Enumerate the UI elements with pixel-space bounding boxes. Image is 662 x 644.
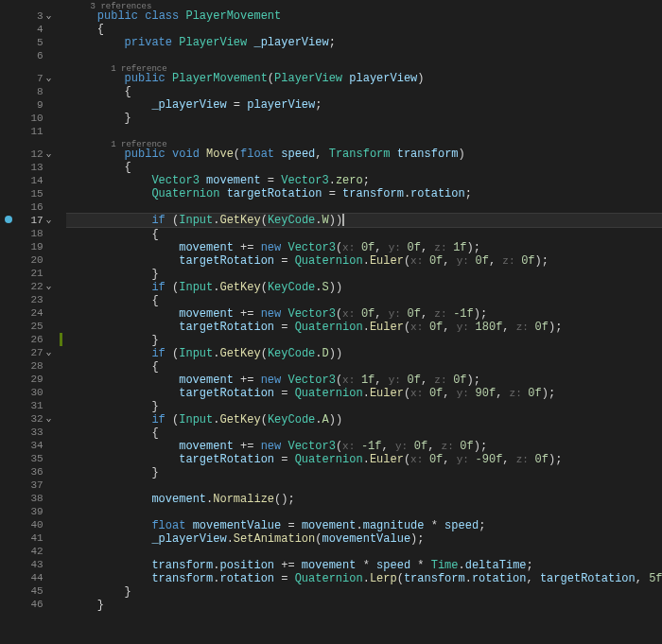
gutter-row[interactable]: 28: [0, 359, 66, 373]
line-number[interactable]: 38: [16, 492, 44, 505]
line-number[interactable]: 9: [16, 98, 44, 112]
gutter-row[interactable]: 26: [0, 333, 66, 346]
fold-chevron-icon[interactable]: ⌄: [44, 214, 54, 227]
code-line[interactable]: }: [66, 585, 662, 599]
gutter-row[interactable]: 42: [0, 545, 66, 558]
code-line[interactable]: Quaternion targetRotation = transform.ro…: [66, 187, 662, 200]
code-line[interactable]: {: [66, 228, 662, 241]
gutter-row[interactable]: 45: [0, 584, 66, 598]
gutter-row[interactable]: 25: [0, 320, 66, 333]
code-line[interactable]: if (Input.GetKey(KeyCode.W)): [66, 213, 662, 228]
gutter-row[interactable]: 3⌄: [0, 9, 66, 23]
line-number[interactable]: 31: [16, 399, 44, 412]
gutter-row[interactable]: 19: [0, 240, 66, 253]
code-line[interactable]: }: [66, 599, 662, 612]
code-line[interactable]: [66, 49, 662, 62]
gutter[interactable]: 3⌄4567⌄89101112⌄1314151617⌄1819202122⌄23…: [0, 0, 66, 644]
code-line[interactable]: }: [66, 400, 662, 413]
line-number[interactable]: 43: [16, 558, 44, 571]
code-line[interactable]: {: [66, 161, 662, 174]
line-number[interactable]: 4: [16, 23, 44, 36]
line-number[interactable]: 36: [16, 465, 44, 479]
line-number[interactable]: 34: [16, 439, 44, 452]
line-number[interactable]: 5: [16, 36, 44, 49]
line-number[interactable]: 16: [16, 200, 44, 214]
code-line[interactable]: {: [66, 360, 662, 374]
codelens-references[interactable]: 1 reference: [66, 62, 662, 72]
gutter-row[interactable]: 20: [0, 253, 66, 267]
gutter-row[interactable]: 31: [0, 399, 66, 412]
line-number[interactable]: 10: [16, 112, 44, 125]
gutter-row[interactable]: 41: [0, 531, 66, 545]
code-line[interactable]: movement += new Vector3(x: 0f, y: 0f, z:…: [66, 307, 662, 321]
gutter-row[interactable]: 11: [0, 125, 66, 138]
gutter-row[interactable]: 32⌄: [0, 412, 66, 426]
codelens-references[interactable]: 3 references: [66, 0, 662, 9]
line-number[interactable]: 7: [16, 72, 44, 85]
line-number[interactable]: 8: [16, 85, 44, 98]
code-line[interactable]: [66, 546, 662, 559]
fold-chevron-icon[interactable]: ⌄: [44, 346, 54, 359]
line-number[interactable]: 35: [16, 452, 44, 465]
code-line[interactable]: movement += new Vector3(x: -1f, y: 0f, z…: [66, 440, 662, 453]
line-number[interactable]: 24: [16, 306, 44, 320]
line-number[interactable]: 30: [16, 386, 44, 399]
code-line[interactable]: movement.Normalize();: [66, 493, 662, 506]
gutter-row[interactable]: 7⌄: [0, 72, 66, 85]
line-number[interactable]: 20: [16, 253, 44, 267]
line-number[interactable]: 17: [16, 214, 44, 227]
gutter-row[interactable]: 13: [0, 161, 66, 174]
code-line[interactable]: float movementValue = movement.magnitude…: [66, 519, 662, 532]
code-line[interactable]: movement += new Vector3(x: 0f, y: 0f, z:…: [66, 241, 662, 254]
code-line[interactable]: _playerView.SetAnimation(movementValue);: [66, 532, 662, 546]
code-line[interactable]: }: [66, 334, 662, 347]
gutter-row[interactable]: 5: [0, 36, 66, 49]
line-number[interactable]: 13: [16, 161, 44, 174]
line-number[interactable]: 29: [16, 373, 44, 386]
code-line[interactable]: {: [66, 426, 662, 440]
code-line[interactable]: if (Input.GetKey(KeyCode.A)): [66, 413, 662, 426]
gutter-row[interactable]: 6: [0, 49, 66, 62]
gutter-row[interactable]: 17⌄: [0, 214, 66, 227]
code-line[interactable]: targetRotation = Quaternion.Euler(x: 0f,…: [66, 254, 662, 268]
gutter-row[interactable]: 35: [0, 452, 66, 465]
gutter-row[interactable]: 23: [0, 293, 66, 306]
code-line[interactable]: public class PlayerMovement: [66, 9, 662, 23]
gutter-row[interactable]: 30: [0, 386, 66, 399]
code-line[interactable]: [66, 479, 662, 493]
code-line[interactable]: if (Input.GetKey(KeyCode.S)): [66, 281, 662, 294]
line-number[interactable]: 44: [16, 571, 44, 584]
line-number[interactable]: 39: [16, 505, 44, 518]
gutter-row[interactable]: 27⌄: [0, 346, 66, 359]
code-line[interactable]: targetRotation = Quaternion.Euler(x: 0f,…: [66, 387, 662, 400]
line-number[interactable]: 25: [16, 320, 44, 333]
code-line[interactable]: [66, 125, 662, 138]
code-line[interactable]: Vector3 movement = Vector3.zero;: [66, 174, 662, 187]
line-number[interactable]: 21: [16, 267, 44, 280]
fold-chevron-icon[interactable]: ⌄: [44, 280, 54, 293]
gutter-row[interactable]: 36: [0, 465, 66, 479]
gutter-row[interactable]: 18: [0, 227, 66, 240]
fold-chevron-icon[interactable]: ⌄: [44, 412, 54, 426]
code-line[interactable]: {: [66, 23, 662, 36]
line-number[interactable]: 14: [16, 174, 44, 187]
code-line[interactable]: targetRotation = Quaternion.Euler(x: 0f,…: [66, 453, 662, 466]
code-line[interactable]: _playerView = playerView;: [66, 98, 662, 112]
gutter-row[interactable]: 12⌄: [0, 148, 66, 161]
gutter-row[interactable]: 16: [0, 200, 66, 214]
code-line[interactable]: transform.rotation = Quaternion.Lerp(tra…: [66, 572, 662, 585]
gutter-row[interactable]: 43: [0, 558, 66, 571]
code-line[interactable]: {: [66, 294, 662, 307]
gutter-row[interactable]: 15: [0, 187, 66, 200]
line-number[interactable]: 28: [16, 359, 44, 373]
code-line[interactable]: targetRotation = Quaternion.Euler(x: 0f,…: [66, 321, 662, 334]
bookmark-icon[interactable]: [0, 214, 16, 227]
line-number[interactable]: 46: [16, 598, 44, 611]
gutter-row[interactable]: 38: [0, 492, 66, 505]
line-number[interactable]: 26: [16, 333, 44, 346]
line-number[interactable]: 41: [16, 531, 44, 545]
line-number[interactable]: 23: [16, 293, 44, 306]
line-number[interactable]: 19: [16, 240, 44, 253]
code-line[interactable]: public void Move(float speed, Transform …: [66, 148, 662, 161]
gutter-row[interactable]: 4: [0, 23, 66, 36]
